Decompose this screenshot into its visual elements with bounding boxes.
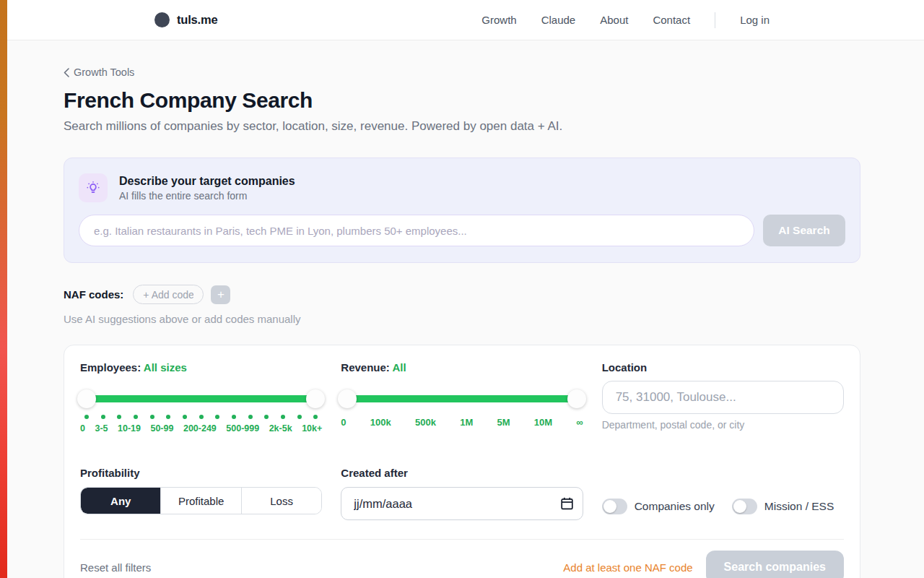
nav-item-growth[interactable]: Growth: [481, 14, 516, 26]
naf-add-code-input[interactable]: [133, 285, 204, 304]
revenue-slider-handle-max[interactable]: [567, 389, 586, 408]
location-hint: Department, postal code, or city: [602, 419, 844, 431]
panel-divider: [80, 539, 844, 540]
chevron-left-icon: [64, 68, 69, 77]
ai-panel-title: Describe your target companies: [119, 175, 295, 188]
nav-divider: [715, 12, 715, 28]
mission-ess-label: Mission / ESS: [764, 500, 834, 513]
mission-ess-toggle-item[interactable]: Mission / ESS: [732, 499, 834, 514]
header: tuls.me Growth Claude About Contact Log …: [0, 0, 924, 40]
ai-search-button[interactable]: AI Search: [763, 215, 845, 246]
employees-tick-labels: 0 3-5 10-19 50-99 200-249 500-999 2k-5k …: [80, 423, 322, 434]
naf-warning-text: Add at least one NAF code: [563, 561, 692, 574]
location-label: Location: [602, 361, 844, 374]
revenue-filter: Revenue: All 0 100k 500k 1M 5M 10M ∞: [341, 361, 583, 434]
employees-slider-handle-max[interactable]: [306, 389, 325, 408]
brand-logo[interactable]: tuls.me: [154, 12, 217, 27]
employees-value: All sizes: [144, 361, 187, 374]
created-after-date-input[interactable]: [341, 487, 583, 520]
page-title: French Company Search: [64, 88, 860, 113]
brand-circle-icon: [154, 12, 170, 27]
main-nav: Growth Claude About Contact Log in: [481, 12, 770, 28]
employees-range-slider: [80, 389, 322, 408]
ai-description-input[interactable]: [79, 215, 754, 246]
companies-only-toggle-item[interactable]: Companies only: [602, 499, 715, 514]
revenue-slider-track: [345, 395, 578, 402]
profitability-filter: Profitability Any Profitable Loss: [80, 467, 322, 520]
revenue-label: Revenue: All: [341, 361, 583, 374]
profitability-label: Profitability: [80, 467, 322, 479]
toggle-filters: Companies only Mission / ESS: [602, 467, 844, 520]
revenue-slider-handle-min[interactable]: [338, 389, 357, 408]
breadcrumb-label: Growth Tools: [74, 66, 134, 78]
panel-footer: Reset all filters Add at least one NAF c…: [80, 551, 844, 578]
login-link[interactable]: Log in: [740, 14, 770, 26]
revenue-range-slider: [341, 389, 583, 408]
naf-codes-row: NAF codes: +: [64, 285, 860, 304]
filters-panel: Employees: All sizes 0 3-5 10-19 50-99 2…: [64, 345, 860, 578]
nav-item-contact[interactable]: Contact: [653, 14, 690, 26]
naf-plus-button[interactable]: +: [211, 285, 230, 304]
page-accent-strip: [0, 0, 7, 578]
nav-item-about[interactable]: About: [600, 14, 628, 26]
revenue-tick-labels: 0 100k 500k 1M 5M 10M ∞: [341, 417, 583, 428]
mission-ess-toggle[interactable]: [732, 499, 757, 514]
breadcrumb[interactable]: Growth Tools: [64, 66, 134, 78]
naf-codes-label: NAF codes:: [64, 288, 123, 301]
main-content: Growth Tools French Company Search Searc…: [64, 66, 860, 578]
employees-slider-dots: [84, 415, 318, 419]
location-input[interactable]: [602, 381, 844, 414]
companies-only-toggle[interactable]: [602, 499, 627, 514]
calendar-icon[interactable]: [561, 497, 573, 510]
profitability-option-loss[interactable]: Loss: [241, 488, 321, 514]
brand-name: tuls.me: [177, 13, 217, 27]
ai-panel-subtitle: AI fills the entire search form: [119, 190, 295, 202]
employees-slider-handle-min[interactable]: [77, 389, 96, 408]
reset-filters-link[interactable]: Reset all filters: [80, 561, 151, 574]
lightbulb-icon: [79, 173, 108, 202]
companies-only-label: Companies only: [635, 500, 715, 513]
employees-label: Employees: All sizes: [80, 361, 322, 374]
profitability-segmented-control: Any Profitable Loss: [80, 487, 322, 514]
page-subtitle: Search millions of companies by sector, …: [64, 119, 860, 134]
revenue-value: All: [392, 361, 406, 374]
naf-hint: Use AI suggestions above or add codes ma…: [64, 313, 860, 325]
search-companies-button[interactable]: Search companies: [706, 551, 844, 578]
created-after-label: Created after: [341, 467, 583, 479]
ai-describe-panel: Describe your target companies AI fills …: [64, 158, 860, 263]
created-after-filter: Created after: [341, 467, 583, 520]
profitability-option-any[interactable]: Any: [81, 488, 160, 514]
nav-item-claude[interactable]: Claude: [541, 14, 576, 26]
employees-filter: Employees: All sizes 0 3-5 10-19 50-99 2…: [80, 361, 322, 434]
profitability-option-profitable[interactable]: Profitable: [160, 488, 240, 514]
location-filter: Location Department, postal code, or cit…: [602, 361, 844, 434]
employees-slider-track: [84, 395, 318, 402]
